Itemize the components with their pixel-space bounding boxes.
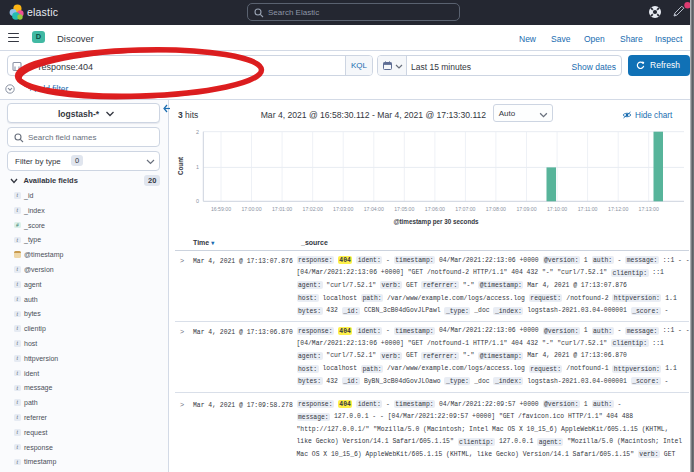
svg-text:17:08:00: 17:08:00 (486, 206, 506, 212)
svg-text:0: 0 (196, 198, 199, 204)
svg-text:Count: Count (177, 156, 184, 175)
svg-text:17:10:00: 17:10:00 (547, 206, 567, 212)
svg-text:2: 2 (196, 129, 199, 135)
svg-text:17:06:00: 17:06:00 (425, 206, 445, 212)
svg-text:17:04:00: 17:04:00 (364, 206, 384, 212)
svg-text:17:07:00: 17:07:00 (455, 206, 475, 212)
svg-text:17:02:00: 17:02:00 (303, 206, 323, 212)
svg-text:17:12:00: 17:12:00 (608, 206, 628, 212)
svg-text:17:03:00: 17:03:00 (333, 206, 353, 212)
svg-text:17:00:00: 17:00:00 (241, 206, 261, 212)
svg-text:17:01:00: 17:01:00 (272, 206, 292, 212)
svg-text:@timestamp per 30 seconds: @timestamp per 30 seconds (393, 218, 479, 226)
svg-text:17:09:00: 17:09:00 (516, 206, 536, 212)
svg-text:17:13:00: 17:13:00 (639, 206, 659, 212)
svg-text:1: 1 (196, 164, 199, 170)
svg-text:17:05:00: 17:05:00 (394, 206, 414, 212)
svg-text:17:11:00: 17:11:00 (578, 206, 598, 212)
svg-text:16:59:00: 16:59:00 (211, 206, 231, 212)
